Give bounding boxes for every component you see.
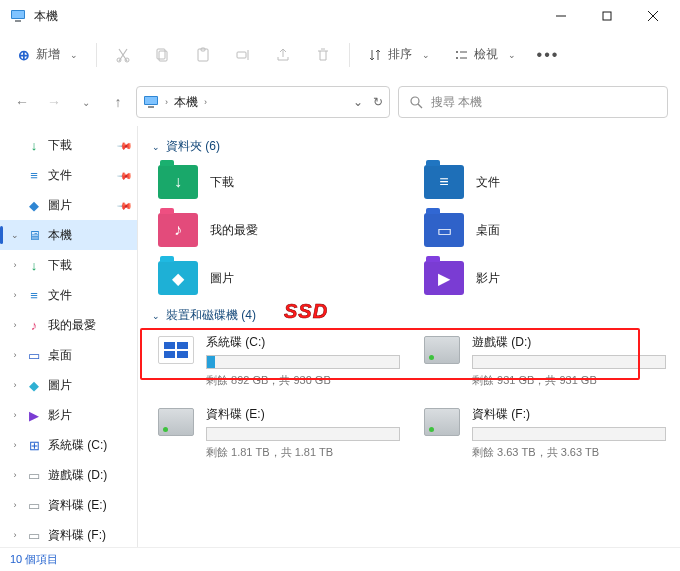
drive-name: 資料碟 (F:): [472, 406, 666, 423]
folder-item[interactable]: ↓下載: [158, 165, 400, 199]
close-button[interactable]: [630, 0, 676, 32]
svg-rect-21: [148, 106, 154, 108]
folder-item[interactable]: ▭桌面: [424, 213, 666, 247]
breadcrumb[interactable]: 本機: [174, 94, 198, 111]
body: ↓下載📌≡文件📌◆圖片📌⌄🖥本機›↓下載›≡文件›♪我的最愛›▭桌面›◆圖片›▶…: [0, 126, 680, 547]
up-button[interactable]: ↑: [108, 94, 128, 110]
pc-icon: [10, 8, 26, 24]
folder-icon: ▭: [424, 213, 464, 247]
sidebar-item[interactable]: ›▭桌面: [0, 340, 137, 370]
chevron-down-icon: ⌄: [70, 50, 78, 60]
sidebar-item-icon: ◆: [26, 197, 42, 213]
pc-icon: [143, 94, 159, 110]
folder-label: 影片: [476, 270, 500, 287]
svg-rect-2: [15, 20, 21, 22]
folder-item[interactable]: ≡文件: [424, 165, 666, 199]
sidebar: ↓下載📌≡文件📌◆圖片📌⌄🖥本機›↓下載›≡文件›♪我的最愛›▭桌面›◆圖片›▶…: [0, 126, 138, 547]
svg-point-22: [411, 97, 419, 105]
tree-twisty[interactable]: ›: [10, 470, 20, 480]
sidebar-item[interactable]: ›≡文件: [0, 280, 137, 310]
view-label: 檢視: [474, 46, 498, 63]
sidebar-item[interactable]: ›▭遊戲碟 (D:): [0, 460, 137, 490]
copy-button[interactable]: [145, 37, 181, 73]
sidebar-item[interactable]: ›◆圖片: [0, 370, 137, 400]
folder-grid: ↓下載≡文件♪我的最愛▭桌面◆圖片▶影片: [152, 165, 666, 295]
tree-twisty[interactable]: ›: [10, 380, 20, 390]
refresh-button[interactable]: ↻: [373, 95, 383, 109]
sidebar-item-icon: ↓: [26, 257, 42, 273]
share-button[interactable]: [265, 37, 301, 73]
tree-twisty[interactable]: ›: [10, 350, 20, 360]
svg-point-15: [456, 51, 458, 53]
sidebar-item[interactable]: ≡文件📌: [0, 160, 137, 190]
tree-twisty[interactable]: ›: [10, 410, 20, 420]
chevron-down-icon: ⌄: [152, 142, 160, 152]
drive-item[interactable]: 資料碟 (E:)剩餘 1.81 TB，共 1.81 TB: [158, 406, 400, 460]
sidebar-item[interactable]: ◆圖片📌: [0, 190, 137, 220]
address-bar[interactable]: › 本機 › ⌄ ↻: [136, 86, 390, 118]
address-chevron[interactable]: ⌄: [353, 95, 363, 109]
maximize-button[interactable]: [584, 0, 630, 32]
group-folders-header[interactable]: ⌄ 資料夾 (6): [152, 138, 666, 155]
drive-item[interactable]: 資料碟 (F:)剩餘 3.63 TB，共 3.63 TB: [424, 406, 666, 460]
pin-icon: 📌: [117, 137, 133, 153]
group-folders-label: 資料夾 (6): [166, 138, 220, 155]
sidebar-item[interactable]: ›↓下載: [0, 250, 137, 280]
forward-button[interactable]: →: [44, 94, 64, 110]
search-input[interactable]: 搜尋 本機: [398, 86, 668, 118]
sidebar-item-icon: ⊞: [26, 437, 42, 453]
svg-rect-20: [145, 97, 157, 104]
svg-point-16: [456, 57, 458, 59]
folder-item[interactable]: ◆圖片: [158, 261, 400, 295]
sort-button[interactable]: 排序 ⌄: [358, 37, 440, 73]
folder-item[interactable]: ▶影片: [424, 261, 666, 295]
sidebar-item[interactable]: ›▭資料碟 (E:): [0, 490, 137, 520]
cut-button[interactable]: [105, 37, 141, 73]
drive-subtext: 剩餘 1.81 TB，共 1.81 TB: [206, 445, 400, 460]
new-button[interactable]: ⊕ 新增 ⌄: [8, 37, 88, 73]
tree-twisty[interactable]: ›: [10, 320, 20, 330]
tree-twisty[interactable]: ›: [10, 440, 20, 450]
sidebar-item-label: 下載: [48, 137, 72, 154]
delete-button[interactable]: [305, 37, 341, 73]
rename-button[interactable]: [225, 37, 261, 73]
svg-rect-4: [603, 12, 611, 20]
more-button[interactable]: •••: [530, 37, 566, 73]
minimize-button[interactable]: [538, 0, 584, 32]
tree-twisty[interactable]: ›: [10, 530, 20, 540]
back-button[interactable]: ←: [12, 94, 32, 110]
drive-icon: [158, 408, 194, 436]
drive-name: 資料碟 (E:): [206, 406, 400, 423]
tree-twisty[interactable]: ⌄: [10, 230, 20, 240]
tree-twisty[interactable]: ›: [10, 260, 20, 270]
sidebar-item-icon: ▭: [26, 497, 42, 513]
sidebar-item-label: 影片: [48, 407, 72, 424]
sidebar-item[interactable]: ›▶影片: [0, 400, 137, 430]
separator: [349, 43, 350, 67]
sidebar-item-label: 我的最愛: [48, 317, 96, 334]
sidebar-item[interactable]: ›▭資料碟 (F:): [0, 520, 137, 547]
tree-twisty[interactable]: ›: [10, 500, 20, 510]
ssd-annotation-box: [140, 328, 640, 380]
folder-item[interactable]: ♪我的最愛: [158, 213, 400, 247]
folder-icon: ▶: [424, 261, 464, 295]
window-title: 本機: [34, 8, 538, 25]
toolbar: ⊕ 新增 ⌄ 排序 ⌄ 檢視 ⌄ •••: [0, 32, 680, 78]
sidebar-item[interactable]: ↓下載📌: [0, 130, 137, 160]
chevron-down-icon: ⌄: [508, 50, 516, 60]
folder-icon: ♪: [158, 213, 198, 247]
tree-twisty[interactable]: ›: [10, 290, 20, 300]
group-drives-header[interactable]: ⌄ 裝置和磁碟機 (4): [152, 307, 666, 324]
sidebar-item[interactable]: ⌄🖥本機: [0, 220, 137, 250]
separator: [96, 43, 97, 67]
sidebar-item[interactable]: ›⊞系統碟 (C:): [0, 430, 137, 460]
sidebar-item[interactable]: ›♪我的最愛: [0, 310, 137, 340]
folder-icon: ◆: [158, 261, 198, 295]
nav-arrows: ← → ⌄ ↑: [12, 94, 128, 110]
view-button[interactable]: 檢視 ⌄: [444, 37, 526, 73]
sidebar-item-label: 遊戲碟 (D:): [48, 467, 107, 484]
paste-button[interactable]: [185, 37, 221, 73]
titlebar: 本機: [0, 0, 680, 32]
history-chevron[interactable]: ⌄: [76, 97, 96, 108]
sidebar-item-icon: ♪: [26, 317, 42, 333]
